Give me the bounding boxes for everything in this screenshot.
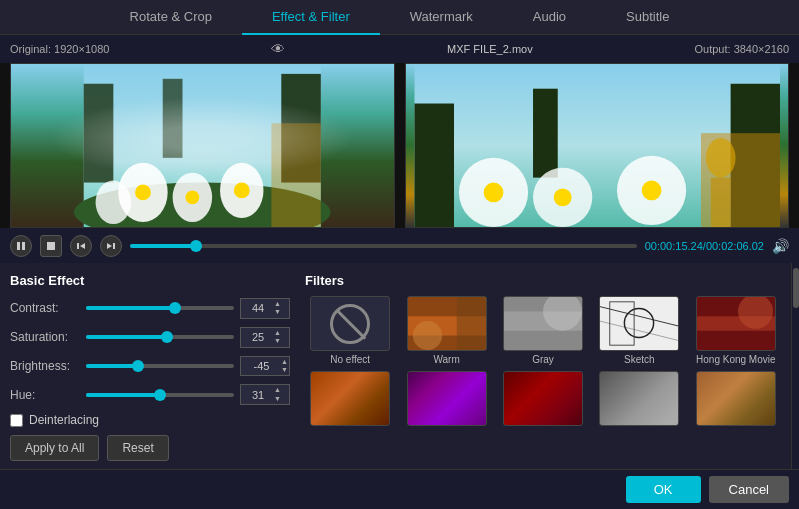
saturation-thumb[interactable] (161, 331, 173, 343)
saturation-slider[interactable] (86, 335, 234, 339)
output-label: Output: 3840×2160 (695, 43, 790, 55)
filter-gray[interactable]: Gray (498, 296, 588, 365)
svg-rect-12 (271, 123, 320, 227)
filter-r2-5-thumb (696, 371, 776, 426)
filter-r2-1[interactable] (305, 371, 395, 429)
apply-all-button[interactable]: Apply to All (10, 435, 99, 461)
filters-title: Filters (305, 273, 781, 288)
hue-up[interactable]: ▲ (274, 386, 281, 394)
brightness-label: Brightness: (10, 359, 80, 373)
hue-spinbox[interactable]: ▲ ▼ (240, 384, 290, 405)
eye-icon[interactable]: 👁 (271, 41, 285, 57)
contrast-down[interactable]: ▼ (274, 308, 281, 316)
bottom-panel: Basic Effect Contrast: ▲ ▼ (0, 263, 791, 469)
svg-rect-32 (113, 243, 115, 249)
filter-r2-1-thumb (310, 371, 390, 426)
svg-rect-27 (22, 242, 25, 250)
saturation-down[interactable]: ▼ (274, 337, 281, 345)
filter-r2-3[interactable] (498, 371, 588, 429)
contrast-label: Contrast: (10, 301, 80, 315)
saturation-input[interactable] (244, 331, 272, 343)
saturation-spinbox[interactable]: ▲ ▼ (240, 327, 290, 348)
contrast-spinbox[interactable]: ▲ ▼ (240, 298, 290, 319)
svg-rect-25 (710, 178, 730, 227)
tab-effect-filter[interactable]: Effect & Filter (242, 0, 380, 35)
hue-row: Hue: ▲ ▼ (10, 384, 290, 405)
svg-rect-28 (47, 242, 55, 250)
right-scrollbar[interactable] (791, 263, 799, 469)
hue-input[interactable] (244, 389, 272, 401)
svg-rect-2 (84, 84, 114, 183)
tab-watermark[interactable]: Watermark (380, 0, 503, 35)
tab-audio[interactable]: Audio (503, 0, 596, 35)
controls-bar: 00:00:15.24/00:02:06.02 🔊 (0, 228, 799, 263)
hue-slider[interactable] (86, 393, 234, 397)
svg-rect-14 (414, 104, 454, 227)
original-video-thumb (11, 64, 394, 227)
svg-point-20 (483, 183, 503, 203)
stop-button[interactable] (40, 235, 62, 257)
filter-r2-4[interactable] (594, 371, 684, 429)
scroll-thumb[interactable] (793, 268, 799, 308)
filter-gray-label: Gray (532, 354, 554, 365)
basic-effect-title: Basic Effect (10, 273, 290, 288)
filter-r2-3-thumb (503, 371, 583, 426)
progress-thumb[interactable] (190, 240, 202, 252)
filter-r2-5[interactable] (691, 371, 781, 429)
filter-sketch[interactable]: Sketch (594, 296, 684, 365)
prev-frame-button[interactable] (70, 235, 92, 257)
filter-r2-2-thumb (407, 371, 487, 426)
contrast-up[interactable]: ▲ (274, 300, 281, 308)
ok-button[interactable]: OK (626, 476, 701, 503)
filter-hk-movie[interactable]: Hong Kong Movie (691, 296, 781, 365)
deinterlacing-checkbox[interactable] (10, 414, 23, 427)
filter-warm-label: Warm (433, 354, 459, 365)
next-frame-button[interactable] (100, 235, 122, 257)
svg-point-22 (641, 181, 661, 201)
brightness-thumb[interactable] (132, 360, 144, 372)
saturation-row: Saturation: ▲ ▼ (10, 327, 290, 348)
svg-point-35 (412, 321, 441, 350)
tab-subtitle[interactable]: Subtitle (596, 0, 699, 35)
basic-effect-panel: Basic Effect Contrast: ▲ ▼ (10, 273, 290, 459)
original-label: Original: 1920×1080 (10, 43, 109, 55)
filters-grid: No effect Warm (305, 296, 781, 429)
saturation-up[interactable]: ▲ (274, 329, 281, 337)
play-pause-button[interactable] (10, 235, 32, 257)
brightness-slider[interactable] (86, 364, 234, 368)
brightness-down[interactable]: ▼ (281, 366, 288, 374)
svg-rect-16 (533, 89, 558, 178)
brightness-row: Brightness: ▲ ▼ (10, 356, 290, 377)
svg-rect-30 (77, 243, 79, 249)
filter-sketch-thumb (599, 296, 679, 351)
progress-bar[interactable] (130, 244, 637, 248)
svg-point-9 (135, 185, 151, 201)
main-content: Original: 1920×1080 👁 MXF FILE_2.mov Out… (0, 35, 799, 509)
svg-rect-4 (163, 79, 183, 158)
output-video-thumb (406, 64, 789, 227)
svg-rect-26 (17, 242, 20, 250)
filter-no-effect[interactable]: No effect (305, 296, 395, 365)
output-video-frame (405, 63, 790, 228)
hue-down[interactable]: ▼ (274, 395, 281, 403)
volume-icon[interactable]: 🔊 (772, 238, 789, 254)
filter-r2-2[interactable] (401, 371, 491, 429)
brightness-up[interactable]: ▲ (281, 358, 288, 366)
svg-rect-36 (456, 297, 485, 350)
cancel-button[interactable]: Cancel (709, 476, 789, 503)
hue-thumb[interactable] (154, 389, 166, 401)
filter-r2-4-thumb (599, 371, 679, 426)
svg-point-21 (553, 188, 571, 206)
brightness-input[interactable] (244, 360, 279, 372)
brightness-spinbox[interactable]: ▲ ▼ (240, 356, 290, 377)
reset-button[interactable]: Reset (107, 435, 168, 461)
contrast-thumb[interactable] (169, 302, 181, 314)
tab-bar: Rotate & Crop Effect & Filter Watermark … (0, 0, 799, 35)
tab-rotate-crop[interactable]: Rotate & Crop (100, 0, 242, 35)
contrast-fill (86, 306, 175, 310)
contrast-slider[interactable] (86, 306, 234, 310)
filter-warm[interactable]: Warm (401, 296, 491, 365)
action-buttons: Apply to All Reset (10, 435, 290, 461)
contrast-row: Contrast: ▲ ▼ (10, 298, 290, 319)
contrast-input[interactable] (244, 302, 272, 314)
